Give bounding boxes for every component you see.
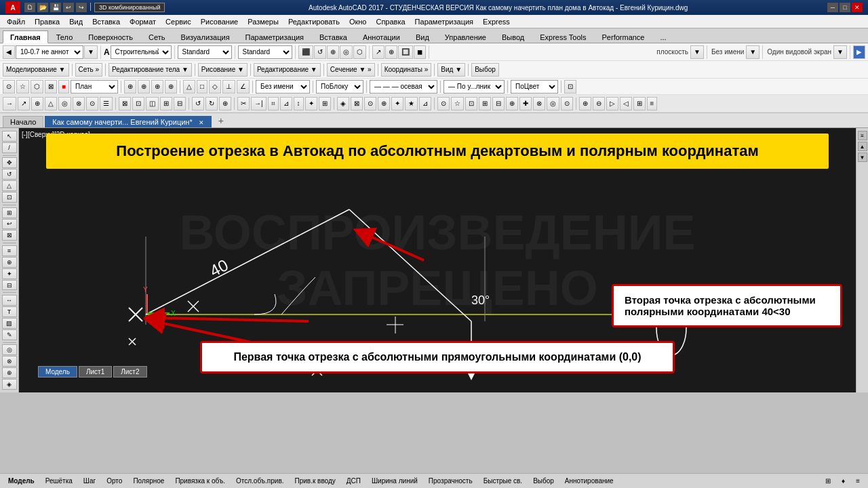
tb4-8[interactable]: ☰	[100, 97, 113, 110]
tb4-44[interactable]: ◁	[620, 97, 632, 110]
tb4-25[interactable]: ⊠	[351, 97, 363, 110]
tab-more[interactable]: ...	[653, 30, 674, 43]
tb3-arr4[interactable]: ⊕	[165, 80, 177, 94]
tb4-18[interactable]: →|	[251, 97, 267, 110]
tb-icon-8[interactable]: 🔲	[398, 45, 413, 59]
tb4-12[interactable]: ⊞	[160, 97, 172, 110]
tb-plane-btn[interactable]: ▼	[690, 45, 704, 59]
tb3-arr2[interactable]: ⊕	[138, 80, 150, 94]
status-dyn[interactable]: ДСП	[342, 476, 365, 486]
tb-redo[interactable]: ↪	[76, 3, 87, 12]
status-diamond[interactable]: ♦	[837, 476, 849, 486]
layer-color-red[interactable]: ■	[58, 80, 69, 94]
tb3-geo1[interactable]: △	[183, 80, 195, 94]
minimize-btn[interactable]: ─	[827, 3, 838, 12]
tb3-arr3[interactable]: ⊕	[151, 80, 163, 94]
tb4-11[interactable]: ◫	[146, 97, 159, 110]
lt-zoom-pan[interactable]: ✥	[2, 157, 17, 168]
select-btn[interactable]: Выбор	[471, 63, 499, 77]
lt-render[interactable]: ◈	[2, 379, 17, 390]
tb3-geo3[interactable]: ◇	[209, 80, 221, 94]
tb3-geo4[interactable]: ⊥	[222, 80, 235, 94]
tb4-3[interactable]: ⊕	[31, 97, 43, 110]
model-tab-sheet1[interactable]: Лист1	[79, 366, 112, 378]
menu-dimensions[interactable]: Размеры	[243, 16, 283, 27]
tb3-icon-1[interactable]: ⊙	[3, 80, 15, 94]
tab-param[interactable]: Параметризация	[238, 30, 311, 43]
tb4-28[interactable]: ✦	[391, 97, 403, 110]
tab-view[interactable]: Вид	[408, 30, 437, 43]
tab-surface[interactable]: Поверхность	[81, 30, 140, 43]
tb-icon-2[interactable]: ↺	[314, 45, 326, 59]
tab-output[interactable]: Вывод	[494, 30, 532, 43]
tb4-4[interactable]: △	[45, 97, 57, 110]
menu-draw[interactable]: Рисование	[197, 16, 242, 27]
status-annot[interactable]: Аннотирование	[561, 476, 618, 486]
tb4-27[interactable]: ⊕	[378, 97, 390, 110]
tb4-24[interactable]: ◈	[337, 97, 349, 110]
coords-btn[interactable]: Координаты »	[381, 63, 432, 77]
draw-btn[interactable]: Рисование ▼	[198, 63, 248, 77]
bez-imeni-2[interactable]: Без имени	[256, 80, 310, 94]
menu-help[interactable]: Справка	[372, 16, 409, 27]
tab-kaksam[interactable]: Как самому начерти... Евгений Курицин* ✕	[45, 116, 211, 127]
layer-selector[interactable]: 10-0.7 не аннот	[16, 45, 83, 59]
tb4-7[interactable]: ⊙	[86, 97, 98, 110]
menu-service[interactable]: Сервис	[161, 16, 195, 27]
tb4-15[interactable]: ↻	[205, 97, 218, 110]
tb4-45[interactable]: ⊞	[633, 97, 646, 110]
modeling-btn[interactable]: Моделирование ▼	[3, 63, 69, 77]
tb4-29[interactable]: ★	[405, 97, 418, 110]
lt-text[interactable]: T	[2, 306, 17, 317]
tb-icon-4[interactable]: ◎	[340, 45, 353, 59]
tb4-19[interactable]: ⌗	[268, 97, 279, 110]
rp-btn-1[interactable]: ≡	[858, 131, 867, 140]
status-dinput[interactable]: Прив.к вводу	[290, 476, 339, 486]
status-grid[interactable]: Решётка	[41, 476, 77, 486]
tb-icon-3[interactable]: ⊕	[327, 45, 339, 59]
tb-extra[interactable]: ▶	[853, 45, 865, 59]
lt-zoom-p[interactable]: ↩	[2, 219, 17, 230]
status-lw[interactable]: Ширина линий	[368, 476, 422, 486]
new-tab-btn[interactable]: +	[213, 114, 229, 127]
status-select[interactable]: Выбор	[529, 476, 558, 486]
layer-dropdown[interactable]: ▼	[84, 45, 98, 59]
tab-insert[interactable]: Вставка	[312, 30, 355, 43]
tab-express-tools[interactable]: Express Tools	[532, 30, 593, 43]
tb4-21[interactable]: ↕	[294, 97, 304, 110]
tb-bezimeni-dd[interactable]: ▼	[746, 45, 760, 59]
view2-btn[interactable]: Вид ▼	[437, 63, 465, 77]
tb4-14[interactable]: ↺	[192, 97, 204, 110]
tab-render[interactable]: Визуализация	[174, 30, 237, 43]
tb-icon-5[interactable]: ⬡	[353, 45, 366, 59]
tb3-icon-3[interactable]: ⬡	[31, 80, 43, 94]
tab-manage[interactable]: Управление	[437, 30, 494, 43]
maximize-btn[interactable]: □	[840, 3, 850, 12]
tb-icon-9[interactable]: ◼	[414, 45, 426, 59]
lt-zoom-w[interactable]: ⊞	[2, 207, 17, 218]
tb4-46[interactable]: ≡	[647, 97, 658, 110]
lt-mark[interactable]: ✎	[2, 329, 17, 340]
section-btn[interactable]: Сечение ▼ »	[327, 63, 375, 77]
tab-solid[interactable]: Тело	[49, 30, 81, 43]
lt-tool[interactable]: ✦	[2, 268, 17, 279]
tb-undo[interactable]: ↩	[63, 3, 74, 12]
font-selector[interactable]: Строительный	[111, 45, 172, 59]
tb4-9[interactable]: ⊠	[119, 97, 131, 110]
tb3-geo2[interactable]: □	[197, 80, 208, 94]
tb-icon-7[interactable]: ⊕	[385, 45, 397, 59]
pobloku-selector[interactable]: ПоБлоку	[316, 80, 363, 94]
tb4-5[interactable]: ◎	[58, 97, 71, 110]
tb4-30[interactable]: ⊿	[419, 97, 431, 110]
lt-snap[interactable]: ◎	[2, 344, 17, 355]
tb-save[interactable]: 💾	[50, 3, 61, 12]
tb4-41[interactable]: ⊕	[579, 97, 591, 110]
tb4-10[interactable]: ⊡	[132, 97, 144, 110]
plan-selector[interactable]: План	[71, 80, 118, 94]
tb4-6[interactable]: ⊗	[73, 97, 85, 110]
tb4-26[interactable]: ⊙	[364, 97, 376, 110]
color-selector[interactable]: ПоЦвет	[511, 80, 558, 94]
menu-param[interactable]: Параметризация	[411, 16, 477, 27]
tab-nacalo[interactable]: Начало	[3, 116, 43, 127]
tb-new[interactable]: 🗋	[24, 3, 35, 12]
